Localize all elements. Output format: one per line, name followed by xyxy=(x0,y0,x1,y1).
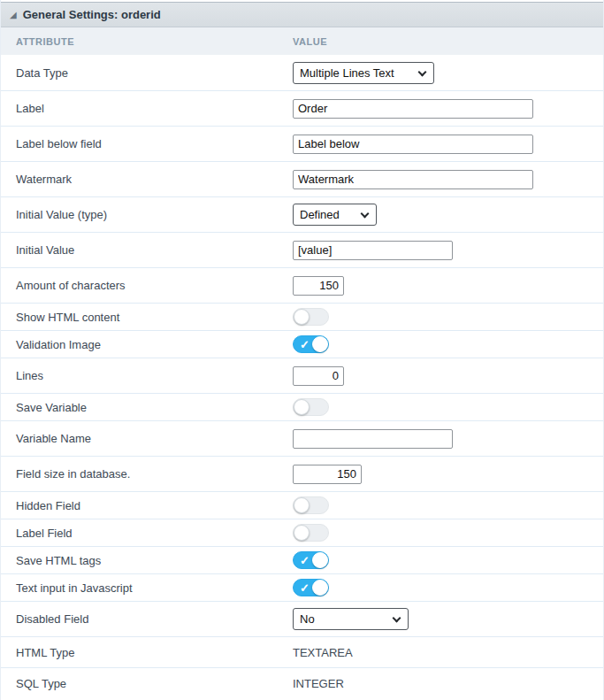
toggle-knob xyxy=(294,309,310,325)
field-size-in-database-input[interactable] xyxy=(293,465,362,484)
table-row: Initial Value (type)Defined xyxy=(1,196,603,232)
save-variable-value-cell: ✓ xyxy=(293,398,603,416)
table-row: Label Field✓ xyxy=(1,519,603,546)
amount-of-characters-input[interactable] xyxy=(293,276,344,296)
table-row: Lines xyxy=(1,358,603,393)
validation-image-label: Validation Image xyxy=(1,338,293,351)
html-type-value: TEXTAREA xyxy=(293,646,353,659)
variable-name-value-cell xyxy=(293,429,603,449)
amount-of-characters-label: Amount of characters xyxy=(1,279,293,292)
table-row: Label below field xyxy=(1,126,603,161)
label-below-field-value-cell xyxy=(293,135,603,154)
hidden-field-label: Hidden Field xyxy=(1,499,293,512)
disabled-field-select-wrap: No xyxy=(293,608,409,630)
data-type-select-wrap: Multiple Lines Text xyxy=(293,62,434,84)
disabled-field-select[interactable]: No xyxy=(293,608,409,630)
panel-title: General Settings: orderid xyxy=(23,8,161,21)
table-row: Text input in Javascript✓ xyxy=(1,573,603,601)
initial-value-type-value-cell: Defined xyxy=(293,204,603,226)
toggle-knob xyxy=(294,399,310,415)
table-row: Save Variable✓ xyxy=(1,393,603,420)
html-type-value-cell: TEXTAREA xyxy=(293,646,603,659)
table-row: Save HTML tags✓ xyxy=(1,546,603,573)
table-row: SQL TypeINTEGER xyxy=(1,667,603,698)
field-size-in-database-label: Field size in database. xyxy=(1,467,293,481)
variable-name-input[interactable] xyxy=(293,429,453,449)
checkmark-icon: ✓ xyxy=(300,581,310,596)
checkmark-icon: ✓ xyxy=(300,337,310,353)
initial-value-label: Initial Value xyxy=(1,243,293,257)
table-row: Label xyxy=(1,90,603,126)
field-size-in-database-value-cell xyxy=(293,465,603,484)
hidden-field-value-cell: ✓ xyxy=(293,496,603,514)
validation-image-value-cell: ✓ xyxy=(293,335,603,353)
collapse-triangle-icon[interactable]: ◢ xyxy=(10,11,17,19)
initial-value-type-label: Initial Value (type) xyxy=(1,208,293,221)
sql-type-value: INTEGER xyxy=(293,677,344,690)
column-header-row: ATTRIBUTE VALUE xyxy=(1,27,603,55)
save-variable-toggle[interactable]: ✓ xyxy=(293,398,329,416)
show-html-content-label: Show HTML content xyxy=(1,311,293,324)
variable-name-label: Variable Name xyxy=(1,432,293,445)
watermark-value-cell xyxy=(293,170,603,189)
text-input-in-javascript-label: Text input in Javascript xyxy=(1,581,293,595)
disabled-field-value-cell: No xyxy=(293,608,603,630)
toggle-knob xyxy=(312,552,328,568)
general-settings-panel: ◢ General Settings: orderid ATTRIBUTE VA… xyxy=(0,0,604,700)
toggle-knob xyxy=(312,336,328,352)
label-value-cell xyxy=(293,99,603,119)
watermark-label: Watermark xyxy=(1,173,293,186)
amount-of-characters-value-cell xyxy=(293,276,603,296)
table-row: Validation Image✓ xyxy=(1,330,603,358)
validation-image-toggle[interactable]: ✓ xyxy=(293,335,329,353)
toggle-knob xyxy=(294,525,310,541)
disabled-field-label: Disabled Field xyxy=(1,612,293,626)
initial-value-value-cell xyxy=(293,241,603,260)
lines-value-cell xyxy=(293,366,603,386)
data-type-value-cell: Multiple Lines Text xyxy=(293,62,603,84)
label-field-label: Label Field xyxy=(1,527,293,540)
panel-titlebar[interactable]: ◢ General Settings: orderid xyxy=(1,2,603,27)
table-row: Show HTML content✓ xyxy=(1,303,603,330)
table-row: Variable Name xyxy=(1,420,603,456)
table-row: Field size in database. xyxy=(1,456,603,491)
initial-value-input[interactable] xyxy=(293,241,453,260)
label-input[interactable] xyxy=(293,99,533,119)
initial-value-type-select[interactable]: Defined xyxy=(293,204,377,226)
column-header-attribute: ATTRIBUTE xyxy=(1,36,293,47)
table-row: Initial Value xyxy=(1,232,603,267)
save-html-tags-toggle[interactable]: ✓ xyxy=(293,551,329,569)
save-html-tags-label: Save HTML tags xyxy=(1,554,293,567)
save-variable-label: Save Variable xyxy=(1,401,293,414)
label-below-field-label: Label below field xyxy=(1,137,293,150)
label-field-value-cell: ✓ xyxy=(293,524,603,542)
text-input-in-javascript-toggle[interactable]: ✓ xyxy=(293,579,329,596)
table-row: Hidden Field✓ xyxy=(1,491,603,519)
html-type-label: HTML Type xyxy=(1,646,293,659)
show-html-content-value-cell: ✓ xyxy=(293,308,603,326)
toggle-knob xyxy=(294,497,310,513)
table-row: HTML TypeTEXTAREA xyxy=(1,636,603,667)
data-type-label: Data Type xyxy=(1,66,293,80)
column-header-value: VALUE xyxy=(293,36,327,47)
table-row: Disabled FieldNo xyxy=(1,601,603,636)
sql-type-value-cell: INTEGER xyxy=(293,677,603,690)
lines-input[interactable] xyxy=(293,366,344,386)
text-input-in-javascript-value-cell: ✓ xyxy=(293,579,603,596)
table-row: Watermark xyxy=(1,161,603,196)
table-row: Amount of characters xyxy=(1,267,603,303)
table-row: Data TypeMultiple Lines Text xyxy=(1,55,603,90)
label-label: Label xyxy=(1,102,293,115)
hidden-field-toggle[interactable]: ✓ xyxy=(293,496,329,514)
label-below-field-input[interactable] xyxy=(293,135,533,154)
sql-type-label: SQL Type xyxy=(1,677,293,690)
settings-rows: Data TypeMultiple Lines TextLabelLabel b… xyxy=(1,55,603,698)
lines-label: Lines xyxy=(1,369,293,382)
initial-value-type-select-wrap: Defined xyxy=(293,204,377,226)
label-field-toggle[interactable]: ✓ xyxy=(293,524,329,542)
data-type-select[interactable]: Multiple Lines Text xyxy=(293,62,434,84)
checkmark-icon: ✓ xyxy=(300,553,310,569)
watermark-input[interactable] xyxy=(293,170,533,189)
save-html-tags-value-cell: ✓ xyxy=(293,551,603,569)
show-html-content-toggle[interactable]: ✓ xyxy=(293,308,329,326)
